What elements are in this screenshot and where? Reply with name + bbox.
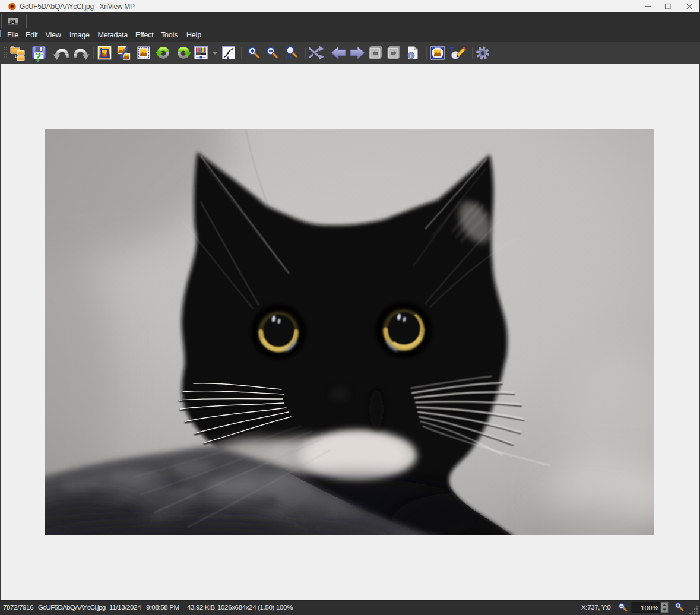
svg-text:?: ? [36, 50, 42, 64]
svg-text:1:1: 1:1 [286, 55, 292, 61]
svg-text:100%: 100% [641, 604, 659, 612]
